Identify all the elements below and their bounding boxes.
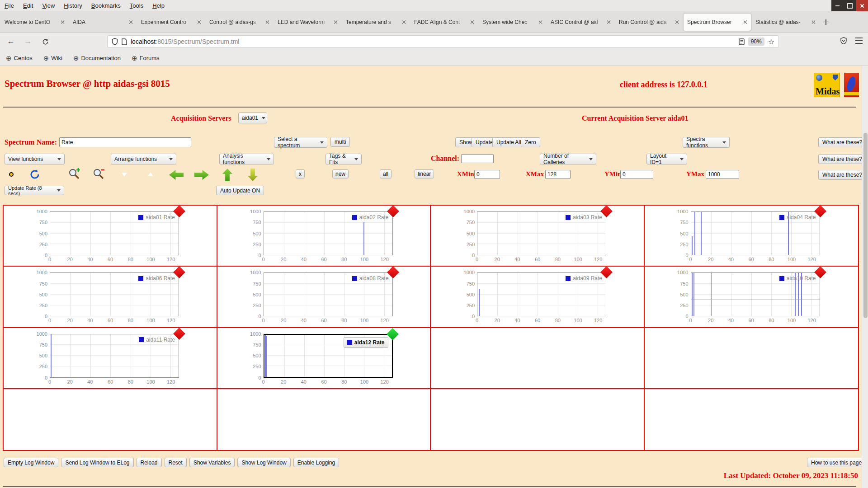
layout-id-select[interactable]: Layout ID=1	[646, 154, 687, 164]
select-spectrum-select[interactable]: Select a spectrum	[274, 137, 327, 148]
plot-area[interactable]: aida01 Rate	[50, 211, 179, 255]
spectrum-name-input[interactable]	[59, 137, 191, 147]
tab-close-icon[interactable]	[128, 20, 133, 24]
zoom-out-icon[interactable]	[92, 168, 105, 180]
view-functions-select[interactable]: View functions	[5, 154, 65, 164]
spectrum-cell-aida09-rate[interactable]: 10007505002500aida09 Rate020406080100120	[431, 267, 645, 328]
bookmark-wiki[interactable]: ⊕Wiki	[43, 55, 62, 61]
bottom-button-enable-logging[interactable]: Enable Logging	[293, 458, 339, 467]
arrow-left-icon[interactable]	[169, 170, 184, 180]
menu-icon[interactable]	[855, 38, 863, 44]
menu-view[interactable]: View	[38, 2, 59, 9]
plot-area[interactable]: aida02 Rate	[264, 211, 393, 255]
tab-close-icon[interactable]	[265, 20, 269, 24]
status-diamond-red[interactable]	[600, 266, 613, 278]
xmin-input[interactable]	[474, 170, 500, 179]
plot-area[interactable]: aida08 Rate	[264, 272, 393, 316]
spectrum-cell-aida02-rate[interactable]: 10007505002500aida02 Rate020406080100120	[217, 206, 431, 267]
status-diamond-red[interactable]	[173, 205, 185, 217]
tab-close-icon[interactable]	[60, 20, 65, 24]
xmax-input[interactable]	[545, 170, 571, 179]
scrollbar-thumb[interactable]	[863, 133, 868, 318]
tab-system-wide-chec[interactable]: System wide Chec	[479, 14, 546, 31]
zoom-level-badge[interactable]: 90%	[748, 38, 764, 46]
reload-button[interactable]	[39, 36, 52, 47]
tab-fadc-align-cont[interactable]: FADC Align & Cont	[410, 14, 478, 31]
bookmark-star-icon[interactable]: ☆	[768, 38, 774, 46]
back-button[interactable]: ←	[5, 36, 17, 47]
multi-button[interactable]: multi	[330, 137, 350, 147]
page-info-icon[interactable]	[122, 38, 127, 45]
tab-close-icon[interactable]	[743, 20, 747, 24]
status-diamond-red[interactable]	[173, 266, 185, 278]
plot-area[interactable]: aida04 Rate	[691, 211, 820, 255]
zoom-in-icon[interactable]	[68, 168, 80, 180]
what-are-these-button-1[interactable]: What are these?	[818, 137, 866, 147]
arrow-up-icon[interactable]	[222, 169, 232, 181]
spectrum-cell-aida03-rate[interactable]: 10007505002500aida03 Rate020406080100120	[431, 206, 645, 267]
bottom-button-show-variables[interactable]: Show Variables	[189, 458, 235, 467]
spectrum-cell-aida11-rate[interactable]: 10007505002500aida11 Rate020406080100120	[4, 328, 217, 389]
tab-experiment-contro[interactable]: Experiment Contro	[137, 14, 205, 31]
what-are-these-button-2[interactable]: What are these?	[818, 154, 866, 164]
status-diamond-red[interactable]	[600, 205, 613, 217]
arrow-right-icon[interactable]	[194, 170, 209, 180]
bottom-button-show-log-window[interactable]: Show Log Window	[237, 458, 290, 467]
status-diamond-green[interactable]	[387, 328, 399, 340]
tab-close-icon[interactable]	[333, 20, 338, 24]
tab-welcome-to-cento[interactable]: Welcome to CentO	[1, 14, 68, 31]
scrollbar[interactable]	[862, 66, 868, 488]
menu-history[interactable]: History	[59, 2, 86, 9]
midas-logo[interactable]: Midas	[814, 73, 840, 97]
tab-aida[interactable]: AIDA	[69, 14, 137, 31]
tab-run-control-aida[interactable]: Run Control @ aida	[615, 14, 683, 31]
maximize-button[interactable]	[844, 0, 856, 11]
spectrum-cell-aida10-rate[interactable]: 10007505002500aida10 Rate020406080100120	[645, 267, 859, 328]
bottom-button-reset[interactable]: Reset	[165, 458, 187, 467]
spectrum-cell-aida12-rate[interactable]: 10007505002500aida12 Rate020406080100120	[217, 328, 431, 389]
update-rate-select[interactable]: Update Rate (8 secs)	[5, 186, 64, 195]
ymax-input[interactable]	[706, 170, 739, 179]
arrange-functions-select[interactable]: Arrange functions	[111, 154, 176, 164]
linear-button[interactable]: linear	[415, 169, 434, 178]
tags-fits-select[interactable]: Tags & Fits	[326, 154, 362, 164]
bottom-button-empty-log-window[interactable]: Empty Log Window	[4, 458, 58, 467]
plot-area[interactable]: aida12 Rate	[264, 334, 393, 378]
all-button[interactable]: all	[380, 169, 392, 178]
minimize-button[interactable]	[831, 0, 844, 11]
menu-bookmarks[interactable]: Bookmarks	[87, 2, 125, 9]
new-button[interactable]: new	[332, 169, 349, 178]
tab-close-icon[interactable]	[197, 20, 201, 24]
forward-button[interactable]: →	[22, 36, 34, 47]
tab-control-aidas-gs[interactable]: Control @ aidas-gs	[206, 14, 273, 31]
ymin-input[interactable]	[620, 170, 653, 179]
zero-button[interactable]: Zero	[521, 137, 540, 147]
acquisition-server-select[interactable]: aida01	[238, 113, 267, 123]
menu-edit[interactable]: Edit	[19, 2, 38, 9]
spectrum-cell-aida08-rate[interactable]: 10007505002500aida08 Rate020406080100120	[217, 267, 431, 328]
bottom-button-send-log-window-to-elog[interactable]: Send Log Window to ELog	[61, 458, 133, 467]
tab-asic-control-aid[interactable]: ASIC Control @ aid	[547, 14, 614, 31]
tab-close-icon[interactable]	[401, 20, 406, 24]
auto-update-button[interactable]: Auto Update ON	[216, 186, 264, 195]
bookmark-documentation[interactable]: ⊕Documentation	[73, 55, 121, 61]
plot-area[interactable]: aida03 Rate	[477, 211, 606, 255]
url-text[interactable]: localhost:8015/Spectrum/Spectrum.tml	[131, 38, 735, 45]
refresh-icon[interactable]	[29, 169, 41, 180]
spectrum-cell-aida04-rate[interactable]: 10007505002500aida04 Rate020406080100120	[645, 206, 859, 267]
menu-tools[interactable]: Tools	[125, 2, 148, 9]
update-all-button[interactable]: Update All	[492, 137, 525, 147]
how-to-use-button[interactable]: How to use this page	[807, 458, 866, 467]
x-button[interactable]: x	[296, 169, 305, 178]
pocket-icon[interactable]	[840, 37, 847, 44]
status-diamond-red[interactable]	[173, 328, 185, 340]
tab-close-icon[interactable]	[606, 20, 611, 24]
close-button[interactable]	[856, 0, 868, 11]
tab-led-and-waveform[interactable]: LED and Waveform	[274, 14, 341, 31]
plot-area[interactable]: aida11 Rate	[50, 334, 179, 378]
bookmark-centos[interactable]: ⊕Centos	[6, 55, 33, 61]
plot-area[interactable]: aida10 Rate	[691, 272, 820, 316]
arrow-down-icon[interactable]	[248, 169, 258, 181]
tab-close-icon[interactable]	[811, 20, 816, 24]
spectrum-cell-aida01-rate[interactable]: 10007505002500aida01 Rate020406080100120	[4, 206, 217, 267]
